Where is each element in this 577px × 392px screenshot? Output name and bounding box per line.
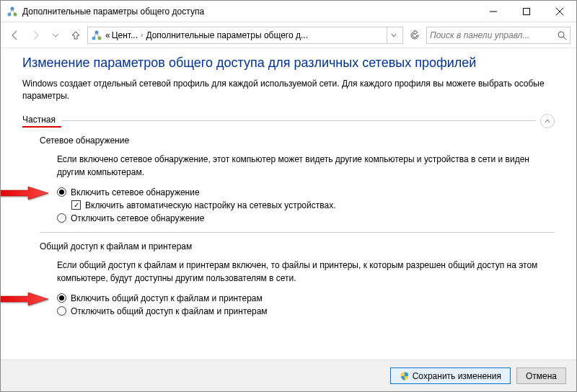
recent-button[interactable] <box>47 27 64 44</box>
toolbar: « Цент... › Дополнительные параметры общ… <box>1 22 576 48</box>
search-icon[interactable] <box>557 30 567 40</box>
breadcrumb-icon <box>91 30 102 41</box>
checkbox-label: Включить автоматическую настройку на сет… <box>85 200 336 210</box>
breadcrumb[interactable]: « Цент... › Дополнительные параметры общ… <box>87 27 403 44</box>
annotation-arrow <box>1 186 50 200</box>
shield-icon <box>400 371 410 381</box>
cancel-button-label: Отмена <box>526 371 557 381</box>
network-discovery-description: Если включено сетевое обнаружение, этот … <box>57 153 555 179</box>
save-button-label: Сохранить изменения <box>413 371 501 381</box>
breadcrumb-part1[interactable]: Цент... <box>112 30 138 40</box>
network-discovery-section: Сетевое обнаружение Если включено сетево… <box>40 135 555 223</box>
radio-label: Отключить сетевое обнаружение <box>71 213 204 223</box>
radio-icon <box>57 306 66 316</box>
divider <box>61 120 536 121</box>
checkbox-icon: ✓ <box>71 200 81 210</box>
annotation-arrow <box>1 292 50 306</box>
refresh-button[interactable] <box>406 27 423 44</box>
file-sharing-title: Общий доступ к файлам и принтерам <box>40 241 555 251</box>
content-area: Изменение параметров общего доступа для … <box>1 48 576 360</box>
close-button[interactable] <box>543 1 576 22</box>
breadcrumb-prefix: « <box>105 30 110 40</box>
radio-sharing-off[interactable]: Отключить общий доступ к файлам и принте… <box>57 306 555 316</box>
breadcrumb-part2[interactable]: Дополнительные параметры общего д... <box>146 30 308 40</box>
radio-label: Включить сетевое обнаружение <box>71 187 200 197</box>
search-input[interactable] <box>430 30 557 40</box>
up-button[interactable] <box>67 27 84 44</box>
network-discovery-options: Включить сетевое обнаружение ✓ Включить … <box>57 187 555 223</box>
svg-rect-6 <box>524 8 530 14</box>
radio-label: Отключить общий доступ к файлам и принте… <box>71 306 268 316</box>
radio-discovery-off[interactable]: Отключить сетевое обнаружение <box>57 213 555 223</box>
maximize-button[interactable] <box>510 1 543 22</box>
radio-icon <box>57 293 66 303</box>
checkbox-auto-setup[interactable]: ✓ Включить автоматическую настройку на с… <box>71 200 555 210</box>
file-sharing-section: Общий доступ к файлам и принтерам Если о… <box>40 241 555 316</box>
collapse-button[interactable] <box>540 114 555 128</box>
breadcrumb-dropdown[interactable] <box>387 27 400 43</box>
divider <box>40 232 555 233</box>
svg-point-14 <box>558 32 564 37</box>
window-controls <box>477 1 576 22</box>
forward-button[interactable] <box>27 27 44 44</box>
radio-sharing-on[interactable]: Включить общий доступ к файлам и принтер… <box>57 293 555 303</box>
cancel-button[interactable]: Отмена <box>516 368 566 384</box>
minimize-button[interactable] <box>477 1 510 22</box>
page-heading: Изменение параметров общего доступа для … <box>22 55 555 71</box>
footer: Сохранить изменения Отмена <box>1 360 576 391</box>
section-private-title: Частная <box>22 115 61 128</box>
section-private-header[interactable]: Частная <box>22 114 555 128</box>
network-discovery-title: Сетевое обнаружение <box>40 135 555 146</box>
svg-line-15 <box>563 37 566 40</box>
search-box[interactable] <box>426 27 571 44</box>
radio-icon <box>57 213 66 223</box>
page-description: Windows создает отдельный сетевой профил… <box>22 78 555 102</box>
file-sharing-description: Если общий доступ к файлам и принтерам в… <box>57 259 555 285</box>
radio-icon <box>57 187 66 197</box>
file-sharing-options: Включить общий доступ к файлам и принтер… <box>57 293 555 316</box>
back-button[interactable] <box>6 27 24 44</box>
titlebar: Дополнительные параметры общего доступа <box>1 1 576 22</box>
app-icon <box>6 6 18 17</box>
save-button[interactable]: Сохранить изменения <box>390 368 511 384</box>
chevron-right-icon[interactable]: › <box>139 31 144 39</box>
window-title: Дополнительные параметры общего доступа <box>22 6 477 17</box>
radio-label: Включить общий доступ к файлам и принтер… <box>71 293 263 303</box>
radio-discovery-on[interactable]: Включить сетевое обнаружение <box>57 187 555 197</box>
